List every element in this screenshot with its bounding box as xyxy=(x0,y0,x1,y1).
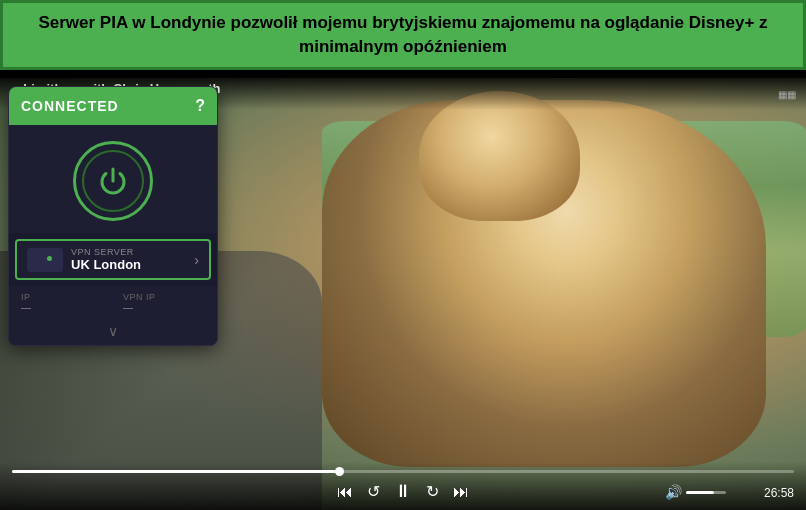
ip-label: IP xyxy=(21,292,103,302)
ip-value: — xyxy=(21,302,103,313)
power-icon xyxy=(97,165,129,197)
server-selector[interactable]: VPN SERVER UK London › xyxy=(15,239,211,280)
map-icon xyxy=(27,248,63,272)
help-button[interactable]: ? xyxy=(195,97,205,115)
server-chevron-icon: › xyxy=(194,252,199,268)
ip-section: IP — VPN IP — xyxy=(9,286,217,319)
banner-text: Serwer PIA w Londynie pozwolił mojemu br… xyxy=(38,13,767,56)
server-name: UK London xyxy=(71,257,194,272)
progress-handle[interactable] xyxy=(335,467,344,476)
volume-fill xyxy=(686,491,714,494)
video-controls: ⏮ ↺ ⏸ ↻ ⏭ 🔊 26:58 xyxy=(0,462,806,510)
map-dot xyxy=(47,256,52,261)
pause-button[interactable]: ⏸ xyxy=(394,481,412,502)
banner: Serwer PIA w Londynie pozwolił mojemu br… xyxy=(0,0,806,70)
vpn-ip-value: — xyxy=(123,302,205,313)
power-ring-inner xyxy=(82,150,144,212)
person-head xyxy=(419,91,580,221)
vpn-ip-label: VPN IP xyxy=(123,292,205,302)
volume-control: 🔊 xyxy=(665,484,726,500)
progress-bar[interactable] xyxy=(12,470,794,473)
server-label: VPN SERVER xyxy=(71,247,194,257)
vpn-ip-group: VPN IP — xyxy=(123,292,205,313)
connection-status: CONNECTED xyxy=(21,98,119,114)
forward-button[interactable]: ↻ xyxy=(426,482,439,501)
video-player: ‹ Limitless with Chris Hemsworth S1: E3 … xyxy=(0,78,806,510)
volume-icon[interactable]: 🔊 xyxy=(665,484,682,500)
progress-fill xyxy=(12,470,340,473)
pia-header: CONNECTED ? xyxy=(9,87,217,125)
skip-back-button[interactable]: ⏮ xyxy=(337,483,353,501)
time-display: 26:58 xyxy=(764,486,794,500)
local-ip-group: IP — xyxy=(21,292,103,313)
disney-logo: ▦▦ xyxy=(778,89,796,100)
volume-bar[interactable] xyxy=(686,491,726,494)
power-ring[interactable] xyxy=(73,141,153,221)
pia-bottom: ∨ xyxy=(9,319,217,345)
server-info: VPN SERVER UK London xyxy=(71,247,194,272)
power-area xyxy=(9,125,217,233)
rewind-button[interactable]: ↺ xyxy=(367,482,380,501)
pia-vpn-panel: CONNECTED ? VPN SERVER UK London xyxy=(8,86,218,346)
skip-forward-button[interactable]: ⏭ xyxy=(453,483,469,501)
expand-button[interactable]: ∨ xyxy=(108,323,118,339)
